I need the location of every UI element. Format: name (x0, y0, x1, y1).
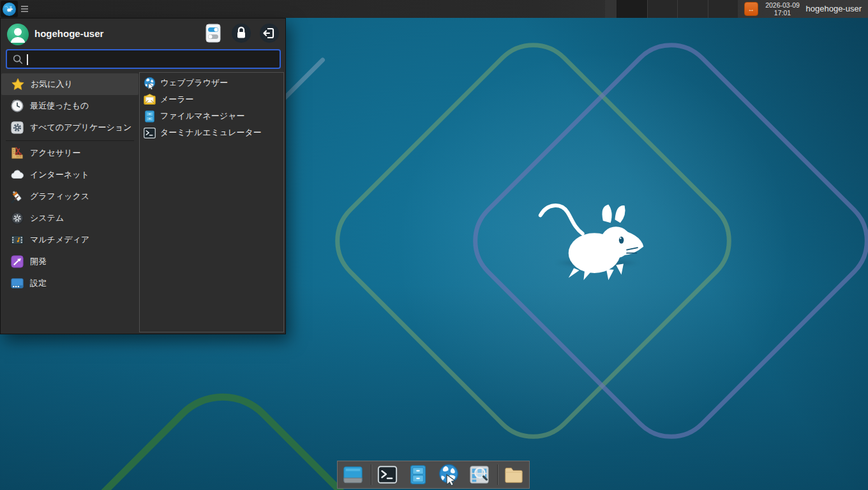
dock-folder-menu[interactable] (502, 463, 525, 486)
category-all-applications[interactable]: すべてのアプリケーション (1, 117, 139, 138)
whisker-menu: hogehoge-user (0, 18, 286, 334)
category-list: お気に入り 最近使ったもの すべてのアプリケーション (1, 73, 139, 294)
top-panel: ↔ 2026-03-09 17:01 hogehoge-user (0, 0, 868, 18)
xfce-mouse-logo (536, 199, 655, 280)
terminal-icon (143, 126, 156, 140)
clock-time: 17:01 (760, 9, 805, 17)
star-icon (11, 77, 25, 91)
dock-terminal-launcher[interactable] (376, 463, 399, 486)
search-bar (6, 49, 281, 69)
terminal-icon (377, 464, 398, 486)
search-icon (12, 54, 24, 65)
xfce-logo-icon (3, 3, 16, 16)
web-browser-icon (143, 77, 156, 90)
category-multimedia[interactable]: マルチメディア (1, 229, 139, 251)
text-caret (27, 54, 28, 65)
workspace-3[interactable] (677, 0, 708, 18)
app-web-browser[interactable]: ウェブブラウザー (140, 75, 283, 91)
app-mailer[interactable]: メーラー (140, 91, 283, 108)
toggles-icon (206, 24, 221, 43)
file-manager-icon (143, 110, 156, 123)
show-desktop-button[interactable] (341, 463, 364, 486)
workspace-switcher (617, 0, 738, 18)
mailer-icon (143, 93, 156, 107)
user-icon (7, 24, 29, 45)
dock-separator (497, 464, 498, 485)
panel-menu-icon[interactable] (21, 6, 28, 13)
gear-icon (10, 121, 24, 135)
category-internet[interactable]: インターネット (1, 164, 139, 186)
lock-icon (232, 24, 251, 43)
category-favorites[interactable]: お気に入り (1, 73, 138, 95)
file-manager-icon (407, 464, 429, 486)
desktop-icon (342, 464, 364, 486)
app-file-manager[interactable]: ファイルマネージャー (140, 108, 283, 124)
workspace-2[interactable] (647, 0, 678, 18)
dock-file-manager-launcher[interactable] (407, 463, 430, 486)
cloud-icon (10, 168, 24, 182)
category-separator (6, 140, 134, 141)
workspace-4[interactable] (708, 0, 738, 18)
folder-icon (503, 464, 525, 486)
search-input[interactable] (24, 50, 280, 68)
avatar[interactable] (7, 24, 29, 45)
workspace-1[interactable] (617, 0, 647, 18)
category-graphics[interactable]: グラフィックス (1, 186, 139, 207)
category-recently-used[interactable]: 最近使ったもの (1, 95, 139, 117)
accessories-icon (10, 146, 24, 160)
log-out-button[interactable] (260, 24, 279, 43)
logout-icon (260, 24, 279, 43)
lock-screen-button[interactable] (232, 24, 251, 43)
clock-icon (10, 99, 24, 113)
menu-username: hogehoge-user (34, 28, 103, 39)
category-settings[interactable]: 設定 (1, 272, 139, 294)
clock-date: 2026-03-09 (760, 1, 805, 9)
app-finder-icon (468, 464, 490, 486)
category-development[interactable]: 開発 (1, 251, 139, 272)
all-settings-button[interactable] (204, 24, 223, 43)
panel-clock[interactable]: 2026-03-09 17:01 (760, 1, 805, 17)
web-browser-icon (437, 463, 460, 486)
multimedia-icon (10, 233, 24, 247)
panel-user-menu[interactable]: hogehoge-user (802, 0, 865, 18)
system-icon (10, 211, 24, 225)
development-icon (10, 255, 24, 269)
settings-icon (10, 276, 24, 290)
app-terminal-emulator[interactable]: ターミナルエミュレーター (140, 124, 283, 141)
dock (337, 461, 530, 489)
category-accessories[interactable]: アクセサリー (1, 142, 139, 164)
graphics-icon (10, 189, 24, 204)
notification-indicator[interactable]: ↔ (744, 2, 758, 16)
whisker-menu-button[interactable] (1, 1, 18, 17)
dock-separator (371, 464, 371, 485)
desktop-screen: ↔ 2026-03-09 17:01 hogehoge-user hogehog… (0, 0, 868, 490)
category-system[interactable]: システム (1, 207, 139, 229)
dock-app-finder-launcher[interactable] (468, 463, 491, 486)
panel-separator (605, 0, 617, 18)
favorites-pane: ウェブブラウザー メーラー ファイルマネージャー ターミナルエミュレーター (139, 72, 284, 332)
dock-web-browser-launcher[interactable] (437, 463, 460, 486)
